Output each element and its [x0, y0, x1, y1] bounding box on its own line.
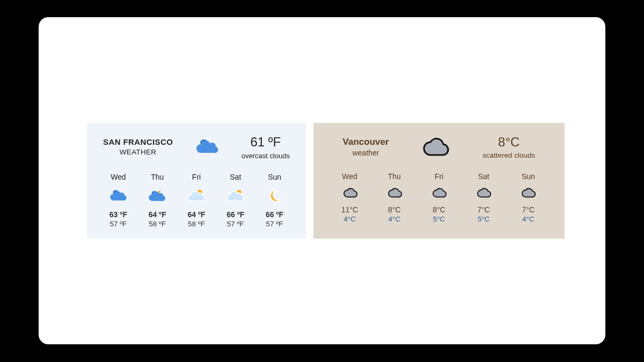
- vc-lo: 5°C: [462, 215, 506, 223]
- cloud-icon: [327, 184, 372, 202]
- presentation-card: SAN FRANCISCO WEATHER 61 ºF overcast clo…: [39, 17, 605, 344]
- vc-lo: 5°C: [416, 215, 461, 223]
- sf-day-col: Sun 66 ºF 57 ºF: [255, 173, 294, 228]
- sf-day-label: Thu: [138, 173, 177, 181]
- vc-day-label: Fri: [416, 172, 461, 181]
- widgets-row: SAN FRANCISCO WEATHER 61 ºF overcast clo…: [39, 123, 605, 239]
- sf-city: SAN FRANCISCO: [103, 137, 173, 147]
- sf-header: SAN FRANCISCO WEATHER 61 ºF overcast clo…: [99, 135, 294, 167]
- sf-forecast-row: Wed 63 ºF 57 ºF Thu: [99, 173, 294, 228]
- vc-title: Vancouver weather: [343, 137, 389, 157]
- sf-lo: 58 ºF: [177, 220, 216, 228]
- sf-day-col: Thu 64 ºF 58 ºF: [138, 173, 177, 228]
- vc-lo: 4°C: [327, 215, 372, 223]
- vc-city: Vancouver: [343, 137, 389, 147]
- vc-forecast-row: Wed 11°C 4°C Thu 8°C 4°C Fri: [327, 172, 551, 223]
- vc-current-cond: scattered clouds: [482, 151, 535, 159]
- cloud-sun-icon: [177, 186, 216, 206]
- sf-hi: 66 ºF: [255, 210, 294, 219]
- sf-day-col: Sat 66 ºF 57 ºF: [216, 173, 255, 228]
- vc-day-col: Fri 8°C 5°C: [416, 172, 461, 223]
- cloud-icon: [462, 184, 506, 202]
- sf-hi: 63 ºF: [99, 210, 138, 219]
- vc-lo: 4°C: [506, 215, 551, 223]
- sf-day-label: Sun: [255, 173, 294, 181]
- sf-subtitle: WEATHER: [103, 148, 173, 157]
- vc-day-col: Sun 7°C 4°C: [506, 172, 551, 223]
- vc-day-col: Thu 8°C 4°C: [372, 172, 416, 223]
- sf-lo: 57 ºF: [99, 220, 138, 228]
- vc-lo: 4°C: [372, 215, 416, 223]
- sf-lo: 58 ºF: [138, 220, 177, 228]
- cloud-icon: [372, 184, 416, 202]
- cloud-icon: [99, 186, 138, 206]
- vc-hi: 7°C: [462, 205, 506, 214]
- vc-hi: 8°C: [372, 205, 416, 214]
- vc-current-temp: 8°C: [482, 135, 535, 150]
- vc-day-label: Thu: [372, 172, 416, 181]
- sf-current-temp: 61 ºF: [241, 135, 290, 150]
- sf-day-col: Wed 63 ºF 57 ºF: [99, 173, 138, 228]
- weather-widget-vancouver: Vancouver weather 8°C scattered clouds W…: [313, 123, 565, 239]
- vc-current: 8°C scattered clouds: [482, 135, 535, 159]
- sf-lo: 57 ºF: [255, 220, 294, 228]
- vc-day-label: Wed: [327, 172, 372, 181]
- sf-title: SAN FRANCISCO WEATHER: [103, 137, 173, 157]
- vc-subtitle: weather: [343, 149, 389, 157]
- vc-hi: 8°C: [416, 205, 461, 214]
- sf-current-cond: overcast clouds: [241, 152, 290, 160]
- vc-header: Vancouver weather 8°C scattered clouds: [327, 135, 551, 168]
- sf-day-label: Wed: [99, 173, 138, 181]
- sf-day-label: Sat: [216, 173, 255, 181]
- cloud-sun-icon: [216, 186, 255, 206]
- vc-day-col: Sat 7°C 5°C: [462, 172, 506, 223]
- cloud-icon: [506, 184, 551, 202]
- vc-day-label: Sat: [462, 172, 506, 181]
- cloud-icon: [416, 184, 461, 202]
- vc-day-col: Wed 11°C 4°C: [327, 172, 372, 223]
- sf-hi: 66 ºF: [216, 210, 255, 219]
- sf-current: 61 ºF overcast clouds: [241, 135, 290, 160]
- sf-hi: 64 ºF: [177, 210, 216, 219]
- vc-day-label: Sun: [506, 172, 551, 181]
- sf-lo: 57 ºF: [216, 220, 255, 228]
- cloud-moon-icon: [138, 186, 177, 206]
- moon-icon: [255, 186, 294, 206]
- vc-hi: 7°C: [506, 205, 551, 214]
- cloud-icon: [194, 138, 221, 156]
- vc-hi: 11°C: [327, 205, 372, 214]
- sf-day-label: Fri: [177, 173, 216, 181]
- sf-hi: 64 ºF: [138, 210, 177, 219]
- weather-widget-sf: SAN FRANCISCO WEATHER 61 ºF overcast clo…: [87, 123, 306, 239]
- cloud-icon: [420, 136, 452, 158]
- sf-day-col: Fri 64 ºF 58 ºF: [177, 173, 216, 228]
